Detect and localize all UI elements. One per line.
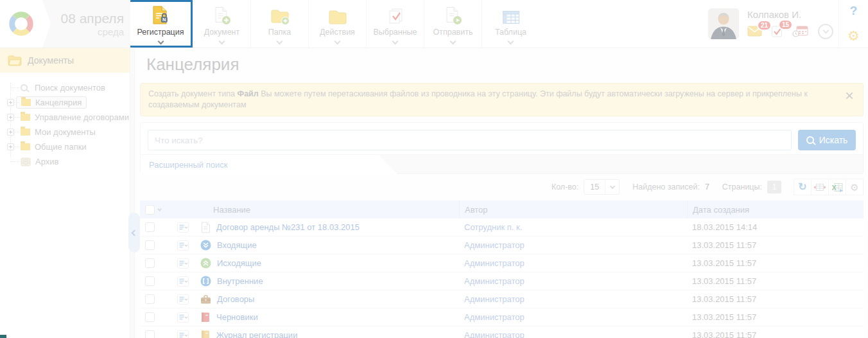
row-checkbox[interactable] — [145, 222, 155, 232]
row-checkbox[interactable] — [145, 312, 155, 322]
calendar-clock-icon — [792, 25, 809, 37]
chevron-down-icon — [450, 38, 456, 44]
author-link[interactable]: Сотрудник п. к. — [459, 222, 687, 232]
sidebar-item-chancery[interactable]: Канцелярия — [21, 95, 130, 110]
table-row: Черновики Администратор 13.03.2015 11:57 — [140, 308, 864, 326]
calendar-button[interactable] — [792, 25, 809, 37]
table-button[interactable]: Таблица — [482, 0, 539, 48]
column-header-author[interactable]: Автор — [459, 200, 687, 218]
row-checkbox[interactable] — [145, 258, 155, 268]
chevron-down-icon — [334, 38, 341, 44]
expand-plus-icon[interactable] — [7, 114, 14, 121]
row-menu-button[interactable] — [168, 294, 198, 305]
date-weekday: среда — [98, 26, 124, 37]
table-arrows-icon — [813, 183, 826, 191]
folder-link[interactable]: Внутренние — [217, 276, 263, 286]
new-document-button[interactable]: Документ — [193, 0, 250, 48]
chevron-left-icon — [131, 229, 137, 236]
sidebar-item-my-documents[interactable]: Мои документы — [21, 125, 130, 139]
chevron-down-icon[interactable] — [157, 206, 162, 211]
folder-link[interactable]: Входящие — [217, 240, 257, 250]
row-menu-button[interactable] — [168, 312, 198, 323]
selected-button[interactable]: Выбранные — [366, 0, 424, 48]
created-date: 13.03.2015 11:57 — [687, 240, 864, 250]
author-link[interactable]: Администратор — [459, 240, 687, 250]
folder-link[interactable]: Исходящие — [217, 258, 261, 268]
sidebar-item-contracts-mgmt[interactable]: Управление договорами — [21, 110, 130, 125]
expand-plus-icon[interactable] — [7, 129, 14, 136]
tasks-icon-button[interactable]: 15 — [771, 25, 783, 38]
search-input[interactable] — [148, 130, 792, 150]
page-size-select[interactable]: 15 — [584, 179, 620, 195]
advanced-search-link[interactable]: Расширенный поиск — [141, 155, 397, 174]
expand-plus-icon[interactable] — [7, 143, 14, 150]
new-folder-label: Папка — [268, 28, 291, 37]
banner-close-icon[interactable]: × — [845, 89, 854, 103]
sidebar-item-label: Мои документы — [35, 127, 96, 137]
mail-icon-button[interactable]: 21 — [747, 26, 762, 37]
column-header-date[interactable]: Дата создания — [687, 200, 864, 218]
sidebar-collapse-handle[interactable] — [128, 213, 140, 253]
sidebar-item-search[interactable]: Поиск документов — [21, 80, 130, 95]
sidebar-item-shared-folders[interactable]: Общие папки — [21, 139, 130, 154]
refresh-icon: ↻ — [798, 182, 806, 192]
row-menu-button[interactable] — [168, 258, 198, 269]
list-menu-icon — [177, 312, 189, 323]
found-value: 7 — [705, 182, 709, 191]
search-button-label: Искать — [819, 135, 848, 145]
row-checkbox[interactable] — [145, 276, 155, 286]
row-menu-button[interactable] — [168, 240, 198, 251]
sidebar-item-archive[interactable]: Архив — [21, 154, 130, 169]
actions-button[interactable]: Действия — [308, 0, 366, 48]
column-header-name[interactable]: Название — [198, 205, 459, 215]
table-row: Журнал регистрации Администратор 13.03.2… — [140, 326, 864, 338]
list-menu-icon — [177, 276, 189, 287]
list-menu-icon — [177, 222, 189, 233]
table-row: Исходящие Администратор 13.03.2015 11:57 — [140, 254, 864, 272]
search-button[interactable]: Искать — [798, 130, 856, 150]
selected-tree-item[interactable]: Канцелярия — [16, 96, 87, 109]
folder-icon — [21, 99, 31, 106]
help-button[interactable]: ? — [850, 4, 858, 18]
author-link[interactable]: Администратор — [459, 258, 687, 268]
search-panel: Искать Расширенный поиск — [140, 122, 864, 174]
pages-label: Страницы: — [722, 182, 762, 191]
author-link[interactable]: Администратор — [459, 312, 687, 322]
registration-button[interactable]: N Регистрация — [130, 0, 193, 48]
row-menu-button[interactable] — [168, 276, 198, 287]
author-link[interactable]: Администратор — [459, 294, 687, 304]
author-link[interactable]: Администратор — [459, 276, 687, 286]
excel-export-button[interactable]: X — [828, 179, 846, 195]
send-button[interactable]: Отправить — [424, 0, 482, 48]
app-logo[interactable] — [0, 0, 42, 48]
more-menu-button[interactable] — [818, 24, 833, 39]
table-row: Договоры Администратор 13.03.2015 11:57 — [140, 290, 864, 308]
settings-gear-button[interactable]: ⚙ — [847, 29, 860, 42]
page-number-button[interactable]: 1 — [767, 181, 781, 193]
author-link[interactable]: Администратор — [459, 330, 687, 338]
sidebar-header-documents[interactable]: Документы — [0, 48, 130, 73]
select-chevron — [605, 180, 619, 194]
column-export-button[interactable] — [811, 179, 829, 195]
row-checkbox[interactable] — [145, 240, 155, 250]
row-menu-button[interactable] — [168, 330, 198, 338]
list-menu-icon — [177, 330, 189, 338]
avatar[interactable] — [708, 8, 739, 39]
row-checkbox[interactable] — [145, 294, 155, 304]
search-icon — [21, 84, 28, 91]
folder-link[interactable]: Журнал регистрации — [216, 330, 297, 338]
book-red-icon — [200, 312, 211, 323]
row-checkbox[interactable] — [145, 330, 155, 338]
row-menu-button[interactable] — [168, 222, 198, 233]
select-all-checkbox[interactable] — [145, 205, 155, 215]
folder-link[interactable]: Договоры — [217, 294, 254, 304]
folder-link[interactable]: Черновики — [216, 312, 258, 322]
sidebar-gutter — [130, 48, 135, 338]
folder-icon — [21, 143, 30, 150]
document-link[interactable]: Договор аренды №231 от 18.03.2015 — [216, 222, 360, 232]
svg-text:N: N — [162, 17, 166, 22]
table-settings-button[interactable]: ⚙ — [846, 179, 864, 195]
new-folder-button[interactable]: Папка — [250, 0, 308, 48]
refresh-button[interactable]: ↻ — [794, 179, 812, 195]
expand-plus-icon[interactable] — [7, 99, 14, 106]
